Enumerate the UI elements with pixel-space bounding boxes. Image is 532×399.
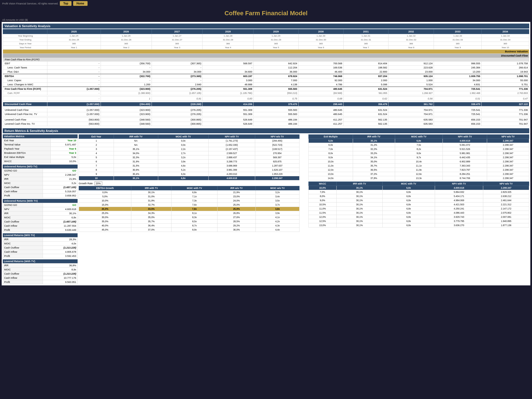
currency-note: All Amounts In USD ($) xyxy=(0,18,532,22)
year-ending-row: Year Ending 31-Dec-2531-Dec-26 31-Dec-27… xyxy=(3,38,529,42)
col-2026: 2026 xyxy=(101,29,152,34)
levered-wo-tv-table: IRR28,3% MOIC4,0x Cash Outflow(1.213.225… xyxy=(3,237,78,258)
logo-text: Profit Vision Financial Services. All ri… xyxy=(2,2,58,5)
main-title: Coffee Farm Financial Model xyxy=(0,7,532,18)
less-nwc-row: Less: Changes in NWC -1.200 2.84048.888 … xyxy=(3,83,529,87)
levered-with-tv-header: Levered Returns (With TV) xyxy=(3,259,78,263)
levered-wo-tv-header: Levered Returns (W/O TV) xyxy=(3,233,78,237)
cum-fcff-row: Cum. FCFF - (1.380.900) (1.657.105) (1.1… xyxy=(3,91,529,95)
fcff-row: Free Cash Flow to Firm (FCFF) (1.057.000… xyxy=(3,87,529,91)
col-2028: 2028 xyxy=(203,29,254,34)
ebitda-growth-block: Growth Rate 20% EBITDA Growth IRR with T… xyxy=(79,181,300,232)
ebit-row: EBIT -(356.700)(307.365) 568.597642.9247… xyxy=(3,62,529,66)
col-2032: 2032 xyxy=(388,29,434,34)
terminal-value-row: Terminal Value5.971.497 xyxy=(3,143,78,147)
return-metrics-header: Return Metrics & Sensitivity Analysis xyxy=(3,128,529,133)
ebitda-growth-sens-table: EBITDA Growth IRR with TV MOIC with TV I… xyxy=(79,186,300,232)
col-2029: 2029 xyxy=(254,29,298,34)
unlevered-wo-tv-table: GO/NO GOGO NPV2.298.347 IRR21,9% MOIC3,2… xyxy=(3,168,78,198)
year-period-row: Year Period Year 1Year 2 Year 3Year 4 Ye… xyxy=(3,46,529,50)
col-2031: 2031 xyxy=(343,29,388,34)
exit-year-sens-table: Exit Year IRR with TV MOIC with TV NPV w… xyxy=(79,134,300,180)
ebitda-row: EBITDA -(322.700) (273.365)603.197 678.9… xyxy=(3,74,529,78)
unlevered-cf-row: Unlevered Cash Flow (1.057.000)(323.900)… xyxy=(3,108,529,112)
breakeven-ebitda-row: Breakeven EBITDAYear 3 xyxy=(3,151,78,155)
less-cash-taxes-row: Less: Cash Taxes -- -- 112.204169.536 19… xyxy=(3,66,529,70)
unlevered-with-tv-header: Unlevered Returns (With TV) xyxy=(3,199,78,203)
year-beginning-row: Year Beginning 1-Jan-251-Jan-26 1-Jan-27… xyxy=(3,34,529,38)
fcff-subheader: Free Cash Flow to Firm (FCFF) xyxy=(3,58,529,62)
exit-multiple-block: Exit Multiple IRR with TV MOIC with TV N… xyxy=(308,134,529,180)
valuation-metrics-header: Valuation Metrics xyxy=(3,134,78,138)
growth-rate-value: 20% xyxy=(94,181,102,185)
wacc-block: WACC IRR with TV MOIC with TV NPV with T… xyxy=(308,181,529,232)
payback-year-row: Payback YearYear 6 xyxy=(3,147,78,151)
dcf-header: Discounted Cash Flow xyxy=(3,54,529,58)
business-valuation-header: Business Valuation xyxy=(3,50,529,54)
valuation-section-header: Valuation & Sensitivity Analysis xyxy=(3,24,529,29)
wacc-row: WACC10,0% xyxy=(3,159,78,163)
col-label-header xyxy=(3,29,47,34)
unlevered-cf-tv-row: Unlevered Cash Flow Inc. TV (1.057.000)(… xyxy=(3,112,529,116)
levered-with-tv-table: IRR36,8% MOIC8,9x Cash Outflow(1.213.225… xyxy=(3,263,78,284)
right-sensitivity-panel: Exit Year IRR with TV MOIC with TV NPV w… xyxy=(79,134,529,284)
col-2034: 2034 xyxy=(482,29,529,34)
growth-rate-label: Growth Rate xyxy=(79,182,93,185)
exit-multiple-sens-table: Exit Multiple IRR with TV MOIC with TV N… xyxy=(308,134,529,180)
col-2030: 2030 xyxy=(298,29,343,34)
plus-da-row: Plus: D&A -34.000 34.00034.600 36.00046.… xyxy=(3,70,529,74)
days-in-year-row: Days in Year 365365 365366 365365 365366… xyxy=(3,42,529,46)
home-button[interactable]: Home xyxy=(73,1,88,6)
levered-cf-tv-row: Levered Cash Flow Inc. TV (563.800)(348.… xyxy=(3,122,529,126)
exit-year-block: Exit Year IRR with TV MOIC with TV NPV w… xyxy=(79,134,300,180)
left-metrics-panel: Valuation Metrics Exit YearYear 10 Termi… xyxy=(3,134,78,284)
unlevered-with-tv-table: GO/NO GOGO NPV4.600.618 IRR30,1% MOIC6,8… xyxy=(3,203,78,232)
top-button[interactable]: Top xyxy=(60,1,71,6)
less-capex-row: Less: Capex -- -3.000 7.00092.000 2.0001… xyxy=(3,78,529,83)
discount-factors-row: - 1 0,91 0,83 0,75 0,68 0,62 0,56 0,51 0… xyxy=(3,97,529,101)
exit-year-row: Exit YearYear 10 xyxy=(3,139,78,143)
col-2033: 2033 xyxy=(434,29,482,34)
col-2027: 2027 xyxy=(152,29,203,34)
main-financial-table: 2025 2026 2027 2028 2029 2030 2031 2032 … xyxy=(3,29,529,126)
unlevered-wo-tv-header: Unlevered Returns (W/O TV) xyxy=(3,165,78,168)
col-2025: 2025 xyxy=(47,29,101,34)
wacc-sens-table: WACC IRR with TV MOIC with TV NPV with T… xyxy=(308,181,529,227)
dcf-row: Discounted Cash Flow (1.057.000) (294.45… xyxy=(3,102,529,106)
valuation-metrics-table: Exit YearYear 10 Terminal Value5.971.497… xyxy=(3,138,78,163)
levered-cf-row: Levered Cash Flow (563.800)(348.560) (30… xyxy=(3,118,529,122)
exit-value-multiple-row: Exit Value Multiple5,0x xyxy=(3,155,78,159)
